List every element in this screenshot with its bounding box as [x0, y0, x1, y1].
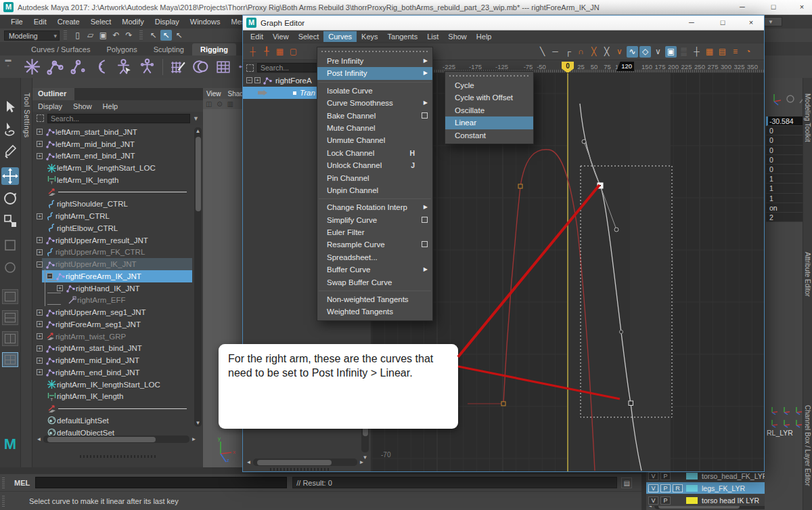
side-tab-channel-box-layer-editor[interactable]: Channel Box / Layer Editor — [804, 405, 811, 486]
menu-item-unmute-channel[interactable]: Unmute Channel — [317, 134, 432, 146]
side-tab-attribute-editor[interactable]: Attribute Editor — [804, 252, 811, 297]
submenu-item-cycle[interactable]: Cycle — [445, 79, 533, 91]
scroll-right-icon[interactable]: ► — [358, 459, 365, 465]
lattice-deform-keys-tool[interactable]: ▦ — [274, 46, 286, 58]
ge-menu-view[interactable]: View — [268, 31, 294, 42]
outliner-item-annotation[interactable] — [32, 402, 192, 415]
step-tangent-icon[interactable]: ┌ — [562, 46, 574, 58]
key-red-curve-end[interactable] — [501, 402, 505, 406]
shelf-icon-ik-handle[interactable] — [92, 58, 110, 76]
toolbox-rotate-tool[interactable] — [1, 190, 19, 207]
menu-tearoff[interactable] — [321, 49, 428, 54]
ge-menu-edit[interactable]: Edit — [246, 31, 268, 42]
outliner-item-leftarm-start-bind-jnt[interactable]: +leftArm_start_bind_JNT — [32, 126, 192, 138]
layer-reference-toggle[interactable]: R — [673, 484, 683, 492]
outliner-item-rightelbow-ctrl[interactable]: rightElbow_CTRL — [32, 222, 192, 234]
channel-value-field[interactable]: 0 — [766, 165, 803, 174]
ge-menu-show[interactable]: Show — [443, 31, 472, 42]
expand-icon[interactable]: + — [37, 345, 43, 352]
submenu-item-constant[interactable]: Constant — [445, 129, 533, 142]
select-component-mode-icon[interactable]: ↖ — [173, 30, 185, 41]
channel-value-field[interactable]: on — [766, 203, 803, 213]
toolbox-last-tool-b[interactable] — [1, 259, 19, 276]
shelf-icon-bind-skin[interactable] — [115, 58, 133, 76]
channel-value-field[interactable]: 1 — [766, 194, 803, 203]
channel-value-field[interactable]: -30.584 — [766, 116, 803, 126]
shelf-icon-insert-joint[interactable] — [69, 58, 87, 76]
menu-item-simplify-curve[interactable]: Simplify Curve — [317, 214, 432, 226]
key-white-curve[interactable] — [629, 401, 633, 406]
menubar-item-modify[interactable]: Modify — [116, 18, 149, 26]
outliner-menu-show[interactable]: Show — [68, 102, 97, 110]
layout-button-two-pane-side-layout[interactable] — [2, 310, 18, 325]
break-tangents-icon[interactable]: ∨ — [614, 46, 625, 58]
submenu-item-oscillate[interactable]: Oscillate — [445, 104, 533, 116]
insert-keys-tool[interactable]: ╀ — [261, 46, 272, 58]
current-time-marker[interactable]: 0 — [562, 62, 574, 73]
collapse-all-icon[interactable]: − — [246, 77, 252, 83]
expand-icon[interactable]: + — [37, 333, 43, 339]
ge-menu-keys[interactable]: Keys — [357, 31, 382, 42]
outliner-item-annotation[interactable] — [32, 186, 192, 198]
undo-icon[interactable]: ↶ — [110, 30, 122, 41]
time-clock-icon[interactable]: ◔ — [742, 46, 754, 58]
swap-buffer-curve-icon[interactable]: ╳ — [601, 46, 612, 58]
menu-item-weighted-tangents[interactable]: Weighted Tangents — [317, 305, 432, 318]
outliner-item-rightarm-start-bind-jnt[interactable]: +rightArm_start_bind_JNT — [32, 343, 192, 355]
outliner-item-rightarm-mid-bind-jnt[interactable]: +rightArm_mid_bind_JNT — [32, 354, 192, 366]
new-scene-icon[interactable]: ▯ — [72, 30, 83, 41]
tangent-handle[interactable] — [582, 140, 586, 144]
toolbox-move-tool[interactable] — [1, 167, 19, 185]
outliner-item-rightforearm-seg1-jnt[interactable]: +rightForeArm_seg1_JNT — [32, 318, 192, 331]
toolbox-lasso-tool[interactable] — [1, 121, 19, 138]
channel-value-field[interactable]: 0 — [766, 155, 803, 165]
main-minimize-button[interactable]: ─ — [732, 0, 752, 14]
menubar-item-create[interactable]: Create — [52, 18, 85, 26]
menubar-item-edit[interactable]: Edit — [28, 18, 52, 26]
shelf-menu-handle[interactable]: ▬◦ — [3, 57, 14, 76]
menu-item-post-infinity[interactable]: Post Infinity▶ — [317, 67, 432, 79]
layer-visible-toggle[interactable]: V — [648, 496, 658, 505]
ge-close-button[interactable]: × — [740, 16, 763, 30]
channel-value-field[interactable]: 0 — [766, 126, 803, 135]
menu-item-euler-filter[interactable]: Euler Filter — [317, 226, 432, 238]
outliner-item-rightshoulder-ctrl[interactable]: rightShoulder_CTRL — [32, 198, 192, 211]
scrollbar-thumb[interactable] — [257, 460, 332, 465]
outliner-menu-help[interactable]: Help — [97, 102, 124, 110]
open-scene-icon[interactable]: ▱ — [85, 30, 96, 41]
outliner-item-rightarm-ctrl[interactable]: +rightArm_CTRL — [32, 210, 192, 222]
flat-tangent-icon[interactable]: ─ — [549, 46, 561, 58]
ge-left-hscrollbar[interactable]: ◄ ► — [245, 459, 365, 466]
option-box-icon[interactable] — [422, 241, 428, 247]
expand-icon[interactable]: + — [57, 285, 63, 291]
channel-value-field[interactable]: 0 — [766, 146, 803, 155]
layer-row-partial[interactable]: RL_LYR — [767, 429, 793, 437]
grip-handle[interactable] — [2, 477, 5, 488]
channel-value-field[interactable]: 0 — [766, 135, 803, 145]
outliner-item-rightupperarm-seg1-jnt[interactable]: +rightUpperArm_seg1_JNT — [32, 306, 192, 318]
save-scene-icon[interactable]: ▣ — [97, 30, 109, 41]
shelf-icon-skeleton[interactable] — [138, 58, 156, 76]
tangent-handle[interactable] — [614, 228, 618, 232]
shelf-tab-curves-surfaces[interactable]: Curves / Surfaces — [23, 43, 98, 56]
outliner-item-rightupperarm-ik-jnt[interactable]: −rightUpperArm_IK_JNT — [32, 258, 192, 270]
linear-tangent-icon[interactable]: ∨ — [652, 46, 664, 58]
menu-item-mute-channel[interactable]: Mute Channel — [317, 122, 432, 134]
expand-icon[interactable]: + — [37, 213, 43, 219]
scrollbar-thumb[interactable] — [196, 137, 201, 211]
clamped-tangent-icon[interactable]: ◇ — [639, 46, 651, 58]
side-tab-modeling-toolkit[interactable]: Modeling Toolkit — [804, 93, 811, 142]
collapse-icon[interactable]: − — [47, 273, 53, 279]
ge-menu-list[interactable]: List — [422, 31, 443, 42]
outliner-menu-display[interactable]: Display — [32, 102, 68, 110]
layer-playback-toggle[interactable]: P — [660, 484, 671, 492]
ge-menu-tangents[interactable]: Tangents — [383, 31, 423, 42]
menu-set-selector[interactable]: Modeling — [4, 30, 60, 41]
layout-button-four-pane-layout[interactable] — [2, 352, 18, 367]
outliner-tab[interactable]: Outliner — [32, 88, 74, 100]
shelf-tab-sculpting[interactable]: Sculpting — [145, 43, 192, 56]
redo-icon[interactable]: ↷ — [123, 30, 135, 41]
channel-value-field[interactable]: 1 — [766, 184, 803, 193]
menubar-item-windows[interactable]: Windows — [185, 18, 226, 26]
menu-item-swap-buffer-curve[interactable]: Swap Buffer Curve — [317, 276, 432, 289]
